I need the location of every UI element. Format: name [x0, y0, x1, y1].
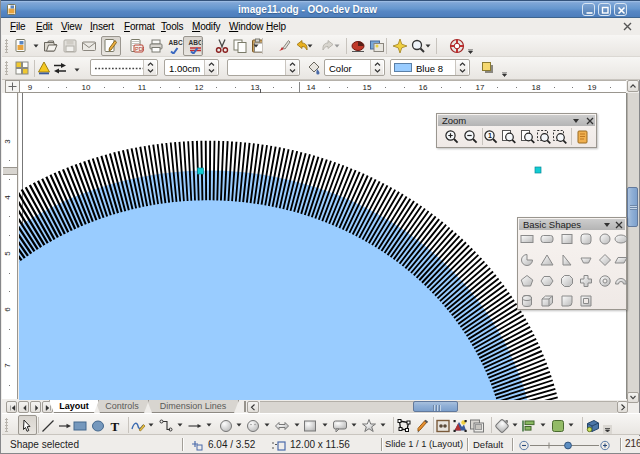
svg-text:ABC: ABC: [169, 39, 183, 46]
svg-text:PDF: PDF: [135, 46, 144, 52]
svg-text:T: T: [111, 419, 120, 434]
svg-text:1: 1: [488, 132, 492, 139]
